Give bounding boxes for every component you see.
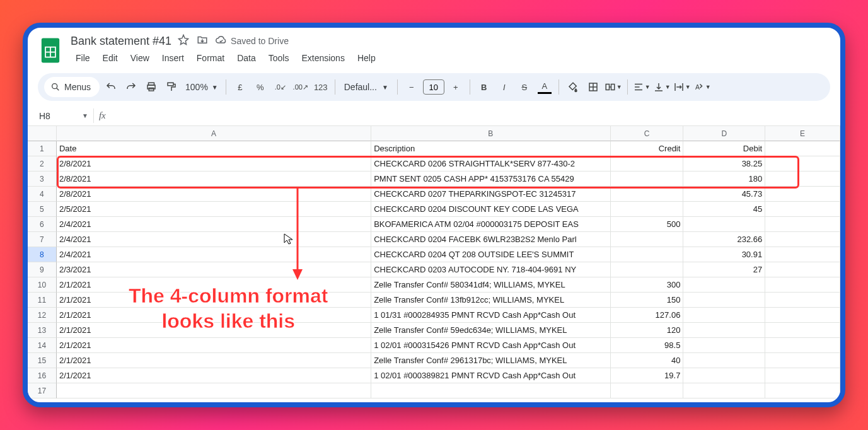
- row-header-1[interactable]: 1: [28, 141, 57, 156]
- redo-button[interactable]: [122, 78, 140, 96]
- cell[interactable]: 300: [611, 277, 684, 293]
- row-header-13[interactable]: 13: [28, 323, 57, 338]
- cell[interactable]: 2/8/2021: [57, 156, 371, 171]
- percent-button[interactable]: %: [252, 78, 269, 96]
- cell[interactable]: [683, 353, 765, 368]
- cell[interactable]: 27: [683, 262, 765, 277]
- col-header-C[interactable]: C: [611, 126, 684, 141]
- italic-button[interactable]: I: [495, 78, 513, 96]
- menu-data[interactable]: Data: [232, 50, 261, 66]
- strikethrough-button[interactable]: S: [516, 78, 533, 96]
- row-header-5[interactable]: 5: [28, 202, 57, 217]
- cell[interactable]: CHECKCARD 0203 AUTOCODE NY. 718-404-9691…: [371, 262, 610, 277]
- cell[interactable]: 2/8/2021: [57, 171, 371, 187]
- cell[interactable]: 1 01/31 #000284935 PMNT RCVD Cash App*Ca…: [371, 308, 610, 323]
- bold-button[interactable]: B: [475, 78, 493, 96]
- row-header-2[interactable]: 2: [28, 156, 57, 171]
- font-size-decrease[interactable]: −: [403, 78, 420, 96]
- row-header-15[interactable]: 15: [28, 353, 57, 368]
- menu-file[interactable]: File: [71, 50, 95, 66]
- cell[interactable]: 2/1/2021: [57, 353, 371, 368]
- col-header-A[interactable]: A: [57, 126, 371, 141]
- row-header-9[interactable]: 9: [28, 262, 57, 277]
- menu-help[interactable]: Help: [352, 50, 381, 66]
- cell[interactable]: 2/4/2021: [57, 232, 371, 247]
- cell[interactable]: [765, 187, 840, 202]
- cell[interactable]: Date: [57, 141, 371, 156]
- menu-extensions[interactable]: Extensions: [296, 50, 349, 66]
- cell[interactable]: 2/1/2021: [57, 293, 371, 308]
- cell[interactable]: [611, 202, 684, 217]
- cell[interactable]: [765, 308, 840, 323]
- row-header-17[interactable]: 17: [28, 383, 57, 398]
- col-header-B[interactable]: B: [371, 126, 610, 141]
- cell[interactable]: [765, 156, 840, 171]
- cell[interactable]: CHECKCARD 0206 STRAIGHTTALK*SERV 877-430…: [371, 156, 610, 171]
- sheets-logo[interactable]: [38, 34, 63, 67]
- menu-format[interactable]: Format: [192, 50, 229, 66]
- cell[interactable]: 98.5: [611, 338, 684, 353]
- cell[interactable]: 40: [611, 353, 684, 368]
- cell[interactable]: 150: [611, 293, 684, 308]
- cell[interactable]: [765, 247, 840, 262]
- search-menus[interactable]: Menus: [44, 77, 100, 97]
- cell[interactable]: 2/1/2021: [57, 277, 371, 293]
- row-header-16[interactable]: 16: [28, 368, 57, 383]
- zoom-select[interactable]: 100%▼: [183, 82, 221, 92]
- cell[interactable]: [765, 217, 840, 232]
- cell[interactable]: 120: [611, 323, 684, 338]
- borders-button[interactable]: [584, 78, 602, 96]
- row-header-14[interactable]: 14: [28, 338, 57, 353]
- cell[interactable]: [765, 293, 840, 308]
- star-icon[interactable]: [178, 34, 189, 48]
- cell[interactable]: 19.7: [611, 368, 684, 383]
- cell[interactable]: CHECKCARD 0204 FACEBK 6WLR23B2S2 Menlo P…: [371, 232, 610, 247]
- menu-tools[interactable]: Tools: [263, 50, 294, 66]
- cell[interactable]: [765, 338, 840, 353]
- cell[interactable]: 2/3/2021: [57, 262, 371, 277]
- cell[interactable]: [765, 353, 840, 368]
- cell[interactable]: 2/4/2021: [57, 247, 371, 262]
- cell[interactable]: [683, 338, 765, 353]
- cell[interactable]: Credit: [611, 141, 684, 156]
- cell[interactable]: 2/1/2021: [57, 368, 371, 383]
- cell[interactable]: [683, 368, 765, 383]
- currency-button[interactable]: £: [231, 78, 249, 96]
- cell[interactable]: 30.91: [683, 247, 765, 262]
- cell[interactable]: 500: [611, 217, 684, 232]
- menu-insert[interactable]: Insert: [157, 50, 189, 66]
- name-box[interactable]: H8: [39, 111, 77, 121]
- row-header-6[interactable]: 6: [28, 217, 57, 232]
- cell[interactable]: Debit: [683, 141, 765, 156]
- cell[interactable]: [765, 383, 840, 398]
- cell[interactable]: [611, 247, 684, 262]
- col-header-E[interactable]: E: [765, 126, 840, 141]
- cell[interactable]: CHECKCARD 0204 QT 208 OUTSIDE LEE'S SUMM…: [371, 247, 610, 262]
- font-select[interactable]: Defaul...▼: [340, 82, 392, 92]
- decrease-decimal-button[interactable]: .0↙: [272, 78, 289, 96]
- undo-button[interactable]: [102, 78, 120, 96]
- print-button[interactable]: [142, 78, 160, 96]
- cell[interactable]: [683, 217, 765, 232]
- cell[interactable]: 45: [683, 202, 765, 217]
- increase-decimal-button[interactable]: .00↗: [292, 78, 310, 96]
- cell[interactable]: [765, 202, 840, 217]
- row-header-4[interactable]: 4: [28, 187, 57, 202]
- cell[interactable]: [765, 141, 840, 156]
- row-header-3[interactable]: 3: [28, 171, 57, 187]
- name-box-dropdown[interactable]: ▼: [82, 112, 88, 119]
- cell[interactable]: [683, 293, 765, 308]
- row-header-7[interactable]: 7: [28, 232, 57, 247]
- v-align-button[interactable]: ▼: [653, 78, 671, 96]
- cell[interactable]: 2/5/2021: [57, 202, 371, 217]
- cell[interactable]: 2/4/2021: [57, 217, 371, 232]
- cell[interactable]: BKOFAMERICA ATM 02/04 #000003175 DEPOSIT…: [371, 217, 610, 232]
- cell[interactable]: [683, 383, 765, 398]
- cell[interactable]: Zelle Transfer Conf# 59edc634e; WILLIAMS…: [371, 323, 610, 338]
- cell[interactable]: [611, 156, 684, 171]
- wrap-button[interactable]: ▼: [673, 78, 691, 96]
- cell[interactable]: [765, 232, 840, 247]
- fill-color-button[interactable]: [564, 78, 582, 96]
- cell[interactable]: [765, 171, 840, 187]
- number-format-button[interactable]: 123: [312, 78, 330, 96]
